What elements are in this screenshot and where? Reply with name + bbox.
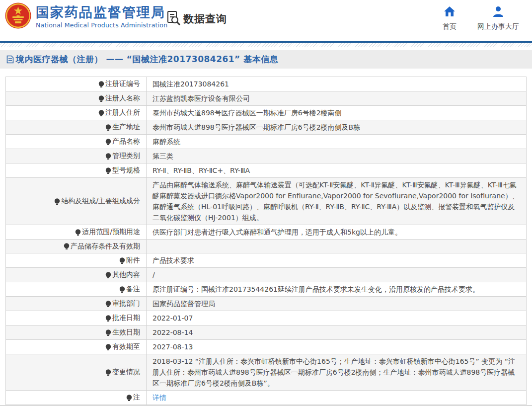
row-value: 供医疗部门对患者进行吸入式麻醉和通气护理用，适用于成人和5kg以上的儿童。 — [147, 225, 526, 239]
row-value-text: 2022-08-14 — [152, 327, 193, 338]
row-label-text: 结构及组成/主要组成成分 — [61, 197, 140, 206]
row-label: 型号规格 — [6, 163, 147, 177]
note-icon — [105, 167, 111, 174]
row-value: 2018-03-12 “注册人住所：泰兴市虹桥镇新市中心街165号；生产地址：泰… — [147, 354, 526, 390]
row-label-text: 产品名称 — [112, 137, 140, 146]
home-icon — [444, 6, 456, 19]
row-value: 2027-08-13 — [147, 340, 526, 354]
note-icon — [98, 95, 104, 102]
nav-online-hall[interactable]: 网上办事大厅 — [477, 6, 519, 31]
row-value: 2022-01-07 — [147, 311, 526, 325]
brand-block: 国家药品监督管理局 National Medical Products Admi… — [36, 5, 167, 29]
hatch-band — [0, 43, 532, 47]
row-label-text: 生效日期 — [112, 328, 140, 337]
note-icon — [119, 257, 125, 264]
data-query-button[interactable]: 数据查询 — [167, 10, 227, 27]
table-row: 备注 原注册证编号：国械注准20173544261延续注册产品技术要求未发生变化… — [6, 282, 526, 296]
row-value: 原注册证编号：国械注准20173544261延续注册产品技术要求未发生变化，沿用… — [147, 282, 526, 296]
row-value-text: RY-Ⅱ、RY-ⅡB、RY-ⅡC+、RY-ⅢA — [152, 165, 250, 176]
row-label: 注册证编号 — [6, 77, 147, 91]
row-label-text: 审批部门 — [112, 299, 140, 308]
row-label-text: 注册人住所 — [105, 108, 140, 117]
note-icon — [98, 81, 104, 87]
row-value-text: 2018-03-12 “注册人住所：泰兴市虹桥镇新市中心街165号；生产地址：泰… — [152, 356, 520, 389]
row-label: 注 — [6, 391, 147, 405]
page-title-bar: 境内医疗器械（注册） —— “国械注准20173084261” 基本信息 — [0, 50, 532, 69]
row-value-text: 麻醉系统 — [152, 136, 180, 147]
data-query-label: 数据查询 — [183, 12, 227, 26]
document-icon — [6, 55, 14, 64]
row-label: 注册人住所 — [6, 106, 147, 120]
note-icon — [54, 198, 60, 205]
row-value: 详情 — [147, 391, 526, 405]
note-icon — [119, 286, 125, 293]
row-value: 产品由麻醉气体输送系统、麻醉气体输送装置（可选配KT-Ⅱ安氟醚、KT-Ⅱ异氟醚、… — [147, 178, 526, 225]
national-emblem-logo — [5, 2, 31, 29]
row-label: 管理类别 — [6, 149, 147, 163]
site-header: 国家药品监督管理局 National Medical Products Admi… — [0, 0, 532, 41]
table-row: 批准日期 2022-01-07 — [6, 311, 526, 325]
note-icon — [105, 344, 111, 350]
brand-title-en: National Medical Products Administration — [36, 21, 167, 29]
row-value: 第三类 — [147, 149, 526, 163]
note-icon — [64, 243, 70, 249]
row-label-text: 注册证编号 — [105, 80, 140, 88]
row-value: / — [147, 268, 526, 282]
table-row: 审批部门 国家药品监督管理局 — [6, 296, 526, 311]
note-icon — [98, 110, 104, 116]
row-value: 2022-08-14 — [147, 325, 526, 339]
table-row: 结构及组成/主要组成成分 产品由麻醉气体输送系统、麻醉气体输送装置（可选配KT-… — [6, 177, 526, 225]
row-value-text: 第三类 — [152, 151, 173, 162]
row-label-text: 适用范围/预期用途 — [82, 228, 140, 237]
note-icon — [126, 395, 132, 401]
row-value: 泰州市药城大道898号医疗器械区一期标准厂房6号楼2楼南侧及B栋 — [147, 120, 526, 134]
row-label-text: 产品储存条件及有效期 — [71, 242, 140, 251]
table-row: 生效日期 2022-08-14 — [6, 325, 526, 339]
page-title: 境内医疗器械（注册） —— “国械注准20173084261” 基本信息 — [16, 54, 278, 65]
row-value: 国家药品监督管理局 — [147, 297, 526, 311]
row-value-text: 原注册证编号：国械注准20173544261延续注册产品技术要求未发生变化，沿用… — [152, 284, 479, 295]
row-label-text: 注册人名称 — [105, 94, 140, 103]
row-label: 注册人名称 — [6, 91, 147, 105]
row-label-text: 有效期至 — [112, 342, 140, 351]
row-label-text: 型号规格 — [112, 166, 140, 175]
table-row: 产品名称 麻醉系统 — [6, 134, 526, 149]
row-value-text: 江苏蓝韵凯泰医疗设备有限公司 — [152, 93, 250, 104]
row-value: 泰州市药城大道898号医疗器械区一期标准厂房6号楼2楼南侧 — [147, 106, 526, 120]
detail-link[interactable]: 详情 — [152, 392, 166, 403]
row-value: 产品技术要求 — [147, 253, 526, 267]
row-label: 有效期至 — [6, 340, 147, 354]
row-value-text: 2027-08-13 — [152, 341, 193, 352]
brand-title-cn: 国家药品监督管理局 — [36, 5, 167, 20]
row-value-text: 泰州市药城大道898号医疗器械区一期标准厂房6号楼2楼南侧及B栋 — [152, 122, 360, 133]
table-row: 生产地址 泰州市药城大道898号医疗器械区一期标准厂房6号楼2楼南侧及B栋 — [6, 120, 526, 134]
table-row: 注册人住所 泰州市药城大道898号医疗器械区一期标准厂房6号楼2楼南侧 — [6, 105, 526, 120]
row-label: 生产地址 — [6, 120, 147, 134]
row-label: 产品储存条件及有效期 — [6, 240, 147, 253]
row-value-text: 产品技术要求 — [152, 255, 194, 266]
row-value: RY-Ⅱ、RY-ⅡB、RY-ⅡC+、RY-ⅢA — [147, 163, 526, 177]
nav-home[interactable]: 首页 — [443, 6, 456, 31]
nav-online-hall-label: 网上办事大厅 — [477, 22, 519, 31]
row-value: 国械注准20173084261 — [147, 77, 526, 91]
row-value-text: 2022-01-07 — [152, 313, 193, 324]
row-value-text: 国家药品监督管理局 — [152, 298, 215, 309]
table-row: 有效期至 2027-08-13 — [6, 339, 526, 354]
note-icon — [105, 139, 111, 145]
table-row: 注 详情 — [6, 390, 526, 405]
row-value-text: 产品由麻醉气体输送系统、麻醉气体输送装置（可选配KT-Ⅱ安氟醚、KT-Ⅱ异氟醚、… — [152, 179, 520, 223]
table-row: 变更情况 2018-03-12 “注册人住所：泰兴市虹桥镇新市中心街165号；生… — [6, 354, 526, 390]
note-icon — [105, 329, 111, 336]
row-label-text: 批准日期 — [112, 314, 140, 323]
row-label: 结构及组成/主要组成成分 — [6, 178, 147, 225]
table-row: 产品储存条件及有效期 — [6, 239, 526, 253]
note-icon — [105, 301, 111, 307]
note-icon — [105, 272, 111, 278]
user-icon — [492, 6, 504, 19]
table-row: 其他内容 / — [6, 267, 526, 282]
row-label: 其他内容 — [6, 268, 147, 282]
note-icon — [105, 315, 111, 322]
row-label: 变更情况 — [6, 354, 147, 390]
row-value: 江苏蓝韵凯泰医疗设备有限公司 — [147, 91, 526, 105]
table-row: 注册人名称 江苏蓝韵凯泰医疗设备有限公司 — [6, 91, 526, 105]
